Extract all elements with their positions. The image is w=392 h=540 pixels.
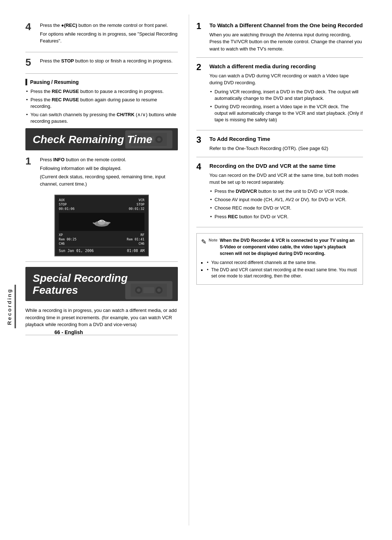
bird-icon [87, 215, 116, 229]
special-title-line1: Special Recording [33, 272, 128, 284]
screen-left-status: STOP [59, 203, 67, 206]
divider-3 [25, 261, 178, 262]
step-5-block: 5 Press the STOP button to stop or finis… [25, 57, 178, 68]
screen-right-speed: RF [140, 233, 144, 237]
right-section-2-bullet-1: During VCR recording, insert a DVD in th… [209, 89, 363, 102]
step-5-num: 5 [25, 57, 36, 68]
right-step-1-num: 1 [196, 22, 207, 31]
right-section-4-bullet-3: Choose REC mode for DVD or VCR. [209, 205, 363, 211]
right-section-4-bullets: Press the DVD/VCR button to set the unit… [209, 188, 363, 220]
right-column: 1 To Watch a Different Channel from the … [189, 15, 377, 525]
right-section-3: 3 To Add Recording Time Refer to the One… [196, 135, 363, 152]
screen-status-row: STOP STOP [59, 203, 144, 206]
sidebar: Recording [0, 15, 22, 525]
right-section-1-content: To Watch a Different Channel from the On… [209, 22, 363, 52]
screen-bird-area [59, 213, 144, 231]
right-section-4-body1: You can record on the DVD and VCR at the… [209, 172, 363, 186]
right-divider-1 [196, 57, 363, 58]
right-section-3-body: Refer to the One-Touch Recording (OTR). … [209, 145, 328, 152]
right-step-2-num: 2 [196, 63, 207, 72]
note-label: Note [209, 237, 217, 243]
pausing-section: Pausing / Resuming Press the REC PAUSE b… [25, 79, 178, 125]
right-section-3-title: To Add Recording Time [209, 135, 328, 143]
screen-left-ch: CH6 [59, 242, 65, 245]
right-section-4-bullet-4: Press REC button for DVD or VCR. [209, 214, 363, 220]
screen-ch-row: CH6 CH6 [59, 242, 144, 245]
note-bold-text: When the DVD Recorder & VCR is connected… [220, 237, 358, 257]
check-remaining-time-title: Check Remaining Time [33, 133, 171, 145]
screen-bottom-row: Sun Jan 01, 2006 01:08 AM [59, 247, 144, 253]
right-section-2-bullets: During VCR recording, insert a DVD in th… [209, 89, 363, 123]
note-box: ✎ Note When the DVD Recorder & VCR is co… [196, 233, 363, 285]
screen-right-time: 00:01:32 [129, 207, 144, 211]
right-section-1-title: To Watch a Different Channel from the On… [209, 22, 363, 29]
sidebar-recording-label: Recording [6, 285, 16, 328]
right-section-2: 2 Watch a different media during recordi… [196, 63, 363, 125]
pausing-bullet-2: Press the REC PAUSE button again during … [25, 97, 178, 110]
check-step-1-text3: (Current deck status, recording speed, r… [40, 173, 178, 187]
right-section-4: 4 Recording on the DVD and VCR at the sa… [196, 162, 363, 222]
note-bullet-2: The DVD and VCR cannot start recording a… [206, 267, 358, 279]
screen-display: AUX VCR STOP STOP 00:01:06 00:01:32 [54, 195, 149, 256]
screen-time: 01:08 AM [127, 249, 144, 253]
check-step-1-text2: Following information will be displayed. [40, 165, 178, 172]
step-4-content: Press the ●(REC) button on the remote co… [40, 22, 178, 46]
pausing-bullet-3: You can switch channels by pressing the … [25, 111, 178, 125]
screen-top-row: AUX VCR [59, 198, 144, 202]
divider-2 [25, 73, 178, 74]
pausing-bar-icon [25, 79, 27, 85]
right-section-2-body1: You can watch a DVD during VCR recording… [209, 72, 363, 86]
pausing-bullets: Press the REC PAUSE button to pause a re… [25, 88, 178, 125]
note-bullets: You cannot record different channels at … [201, 260, 358, 279]
page-footer: 66 - English [54, 329, 207, 335]
right-section-2-title: Watch a different media during recording [209, 63, 363, 70]
right-section-2-bullet-2: During DVD recording, insert a Video tap… [209, 103, 363, 123]
svg-point-9 [100, 220, 102, 222]
check-remaining-time-banner: Check Remaining Time [25, 128, 178, 150]
right-section-3-content: To Add Recording Time Refer to the One-T… [209, 135, 328, 152]
note-icon: ✎ [201, 237, 207, 247]
check-step-1-content: Press INFO button on the remote control.… [40, 156, 178, 189]
special-recording-features-banner: Special Recording Features [25, 267, 178, 301]
screen-right-ch: CH6 [139, 242, 144, 245]
pausing-title: Pausing / Resuming [30, 79, 79, 85]
step-5-text: Press the STOP button to stop or finish … [40, 57, 178, 65]
step-4-num: 4 [25, 22, 36, 32]
check-step-1-num: 1 [25, 156, 36, 166]
screen-date: Sun Jan 01, 2006 [59, 249, 94, 253]
right-section-1: 1 To Watch a Different Channel from the … [196, 22, 363, 52]
right-divider-4 [196, 227, 363, 227]
step-4-text1: Press the ●(REC) button on the remote co… [40, 22, 178, 29]
right-step-4-num: 4 [196, 162, 207, 171]
check-step-1-block: 1 Press INFO button on the remote contro… [25, 156, 178, 189]
step-4-block: 4 Press the ●(REC) button on the remote … [25, 22, 178, 46]
right-section-4-title: Recording on the DVD and VCR at the same… [209, 162, 363, 170]
screen-left-top: AUX [59, 198, 65, 202]
screen-right-top: VCR [139, 198, 144, 202]
right-section-4-content: Recording on the DVD and VCR at the same… [209, 162, 363, 222]
screen-rem-row: Rem 00:25 Rem 01:41 [59, 237, 144, 241]
note-bullet-1: You cannot record different channels at … [206, 260, 358, 266]
special-intro-text: While a recording is in progress, you ca… [25, 307, 178, 328]
right-section-4-bullet-1: Press the DVD/VCR button to set the unit… [209, 188, 363, 195]
screen-left-speed: XP [59, 233, 63, 237]
right-section-1-body: When you are watching through the Antenn… [209, 31, 363, 53]
special-title-line2: Features [33, 284, 78, 296]
step-4-text2: For options while recording is in progre… [40, 31, 178, 45]
screen-right-rem: Rem 01:41 [127, 237, 144, 241]
right-section-4-bullet-2: Choose AV input mode (CH, AV1, AV2 or DV… [209, 196, 363, 203]
screen-speed-row: XP RF [59, 233, 144, 237]
screen-time-row: 00:01:06 00:01:32 [59, 207, 144, 211]
special-recording-features-title: Special Recording Features [33, 272, 171, 296]
note-bold-content: When the DVD Recorder & VCR is connected… [220, 238, 354, 256]
left-column: 4 Press the ●(REC) button on the remote … [22, 15, 189, 525]
divider-1 [25, 52, 178, 52]
right-step-3-num: 3 [196, 135, 207, 144]
note-content-row: ✎ Note When the DVD Recorder & VCR is co… [201, 237, 358, 257]
pausing-bullet-1: Press the REC PAUSE button to pause a re… [25, 88, 178, 95]
screen-left-rem: Rem 00:25 [59, 237, 77, 241]
pausing-header: Pausing / Resuming [25, 79, 178, 85]
check-step-1-text1: Press INFO button on the remote control. [40, 156, 178, 163]
step-5-content: Press the STOP button to stop or finish … [40, 57, 178, 66]
right-section-2-content: Watch a different media during recording… [209, 63, 363, 125]
